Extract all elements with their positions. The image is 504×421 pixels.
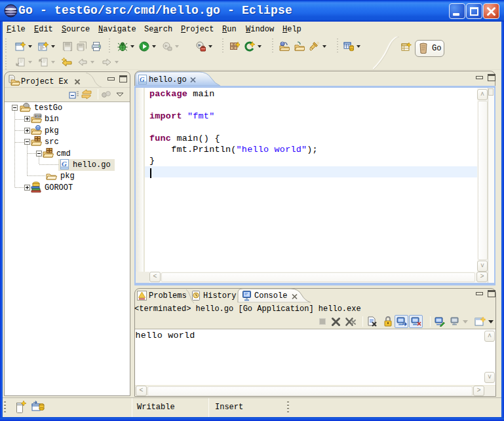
svg-text:G: G [62, 160, 67, 168]
svg-text:010: 010 [35, 114, 41, 119]
svg-text:G: G [140, 76, 145, 83]
